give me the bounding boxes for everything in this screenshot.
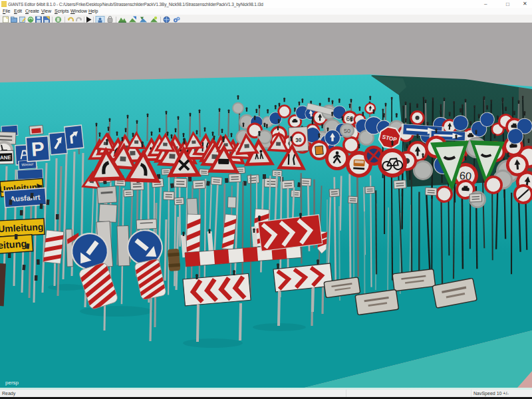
svg-text:ANE: ANE xyxy=(0,154,12,161)
svg-text:leitung: leitung xyxy=(0,238,27,251)
svg-text:60: 60 xyxy=(346,115,354,122)
svg-text:30: 30 xyxy=(295,137,302,143)
svg-text:50: 50 xyxy=(344,128,350,134)
svg-text:persp: persp xyxy=(5,380,19,386)
svg-text:Wasser: Wasser xyxy=(21,162,34,166)
svg-text:P: P xyxy=(31,138,45,160)
